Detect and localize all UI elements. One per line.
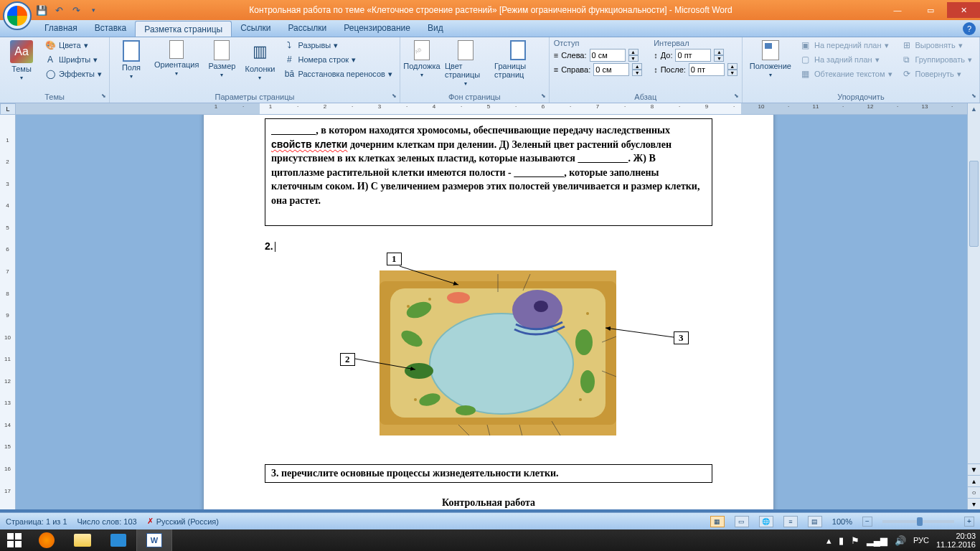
qat-redo-icon[interactable]: ↷	[69, 3, 83, 17]
view-outline-button[interactable]: ≡	[783, 516, 798, 527]
next-page-icon[interactable]: ▾	[968, 498, 980, 509]
view-full-screen-button[interactable]: ▭	[735, 516, 749, 527]
scroll-thumb[interactable]	[969, 161, 979, 247]
maximize-button[interactable]: ▭	[914, 2, 947, 18]
spacing-label: Интервал	[654, 39, 738, 47]
indent-left-input[interactable]	[590, 49, 626, 62]
tray-action-center-icon[interactable]: ⚑	[851, 535, 859, 546]
start-button[interactable]	[0, 529, 29, 551]
tab-insert[interactable]: Вставка	[86, 20, 136, 37]
word-icon: W	[146, 533, 162, 547]
theme-fonts-button[interactable]: AШрифты ▾	[42, 53, 105, 66]
tab-references[interactable]: Ссылки	[232, 20, 279, 37]
themes-button[interactable]: Aa Темы ▾	[4, 39, 39, 83]
tray-language[interactable]: РУС	[913, 536, 929, 545]
vertical-scrollbar[interactable]: ▲ ▼ ▴ ○ ▾	[967, 103, 980, 509]
zoom-thumb[interactable]	[917, 517, 923, 526]
group-page-setup-label: Параметры страницы	[114, 91, 395, 103]
tray-show-hidden-icon[interactable]: ▴	[826, 535, 831, 546]
qat-undo-icon[interactable]: ↶	[52, 3, 66, 17]
plant-cell-image	[380, 270, 616, 435]
help-button[interactable]: ?	[963, 22, 976, 35]
tab-mailings[interactable]: Рассылки	[279, 20, 335, 37]
right-label: Справа:	[561, 65, 590, 74]
group-icon: ⧉	[901, 54, 913, 65]
tab-page-layout[interactable]: Разметка страницы	[135, 21, 232, 37]
browse-object-icon[interactable]: ○	[968, 486, 980, 498]
question-2: 2.	[265, 240, 712, 253]
group-button: ⧉Группировать ▾	[898, 53, 976, 66]
zoom-slider[interactable]	[882, 520, 954, 523]
effects-icon: ◯	[44, 68, 56, 80]
taskbar-firefox[interactable]	[29, 529, 65, 551]
hyphenation-button[interactable]: bāРасстановка переносов ▾	[281, 67, 395, 80]
view-print-layout-button[interactable]: ▦	[710, 516, 725, 527]
spacing-after-input[interactable]	[689, 63, 725, 76]
line-numbers-button[interactable]: #Номера строк ▾	[281, 53, 395, 66]
qat-save-icon[interactable]: 💾	[34, 3, 49, 17]
spin-up[interactable]: ▲	[727, 63, 738, 70]
front-icon: ▣	[800, 39, 811, 51]
tab-home[interactable]: Главная	[36, 20, 86, 37]
size-button[interactable]: Размер▾	[204, 39, 239, 80]
back-icon: ▢	[800, 54, 811, 65]
orientation-button[interactable]: Ориентация▾	[151, 39, 202, 78]
vertical-ruler[interactable]: 1234567891011121314151617	[0, 115, 16, 509]
spin-up[interactable]: ▲	[714, 49, 724, 55]
position-button[interactable]: Положение▾	[747, 39, 794, 80]
diagram-label-2: 2	[340, 353, 355, 366]
tab-view[interactable]: Вид	[419, 20, 452, 37]
status-wordcount[interactable]: Число слов: 103	[77, 517, 137, 526]
spin-down[interactable]: ▼	[632, 70, 642, 76]
spin-down[interactable]: ▼	[714, 55, 724, 62]
spin-down[interactable]: ▼	[628, 55, 639, 62]
page-color-button[interactable]: Цвет страницы▾	[442, 39, 489, 88]
qat-customize-icon[interactable]: ▾	[86, 3, 100, 17]
taskbar-word[interactable]: W	[136, 529, 172, 551]
tab-review[interactable]: Рецензирование	[335, 20, 419, 37]
margins-button[interactable]: Поля▾	[114, 39, 149, 81]
spacing-before-input[interactable]	[675, 49, 711, 62]
watermark-button[interactable]: ABПодложка▾	[405, 39, 439, 80]
spin-up[interactable]: ▲	[632, 63, 642, 70]
close-button[interactable]: ✕	[947, 2, 980, 18]
columns-button[interactable]: ▥Колонки▾	[242, 39, 278, 83]
indent-right-input[interactable]	[593, 63, 629, 76]
diagram-label-1: 1	[387, 253, 402, 265]
tray-battery-icon[interactable]: ▮	[839, 535, 844, 546]
breaks-button[interactable]: ⤵Разрывы ▾	[281, 39, 395, 52]
position-icon	[762, 40, 779, 60]
taskbar-app[interactable]	[100, 529, 136, 551]
zoom-in-button[interactable]: +	[964, 517, 974, 527]
document-area[interactable]: , в котором находятся хромосомы, обеспеч…	[16, 115, 967, 509]
prev-page-icon[interactable]: ▴	[968, 475, 980, 486]
rotate-icon: ⟳	[901, 68, 913, 80]
taskbar-explorer[interactable]	[65, 529, 100, 551]
scroll-down-icon[interactable]: ▼	[968, 463, 980, 475]
tray-clock[interactable]: 20:03 11.12.2016	[936, 532, 976, 549]
tray-volume-icon[interactable]: 🔊	[895, 535, 906, 546]
view-web-button[interactable]: 🌐	[759, 516, 773, 527]
app-icon	[110, 534, 126, 547]
scroll-up-icon[interactable]: ▲	[968, 103, 980, 115]
page[interactable]: , в котором находятся хромосомы, обеспеч…	[204, 115, 773, 509]
page-color-icon	[458, 40, 473, 60]
indent-label: Отступ	[554, 39, 642, 47]
view-draft-button[interactable]: ▤	[808, 516, 822, 527]
status-page[interactable]: Страница: 1 из 1	[6, 517, 67, 526]
zoom-out-button[interactable]: −	[862, 517, 872, 527]
tray-network-icon[interactable]: ▂▄▆	[867, 535, 887, 546]
page-borders-button[interactable]: Границы страниц	[491, 39, 545, 80]
status-language[interactable]: ✗ Русский (Россия)	[147, 517, 219, 526]
spin-up[interactable]: ▲	[628, 49, 639, 55]
margins-icon	[123, 40, 140, 62]
horizontal-ruler[interactable]: 1·1·2·3·4·5·6·7·8·9·10·11·12·13·14·15·16…	[16, 103, 967, 115]
theme-colors-button[interactable]: 🎨Цвета ▾	[42, 39, 105, 52]
send-back-button: ▢На задний план ▾	[797, 53, 895, 66]
ruler-corner[interactable]: L	[0, 103, 16, 115]
spin-down[interactable]: ▼	[727, 70, 738, 76]
zoom-level[interactable]: 100%	[832, 517, 852, 526]
minimize-button[interactable]: —	[881, 2, 914, 18]
office-button[interactable]	[3, 1, 32, 30]
theme-effects-button[interactable]: ◯Эффекты ▾	[42, 67, 105, 80]
